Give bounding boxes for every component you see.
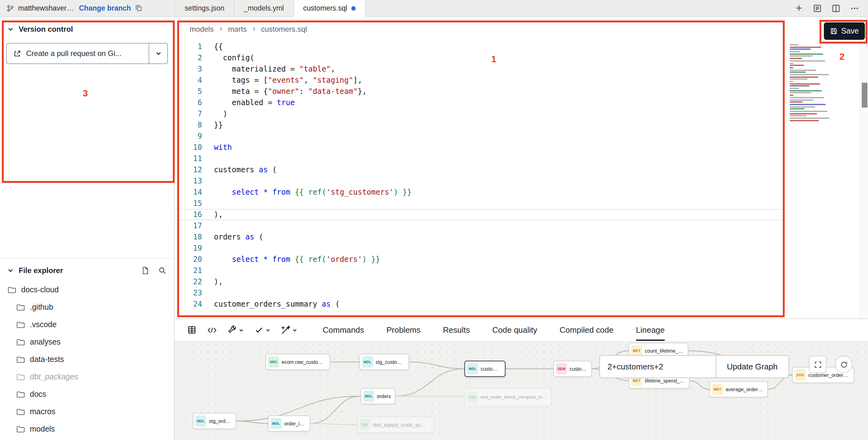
code-line-10[interactable]: 10with xyxy=(175,142,785,153)
node-label: test_supply_costs_sum_correctly xyxy=(373,422,430,428)
file-row-docs-cloud[interactable]: docs-cloud xyxy=(0,281,174,298)
editor-scrollbar[interactable] xyxy=(860,17,868,318)
code-line-4[interactable]: 4 tags = ["events", "staging"], xyxy=(175,75,785,86)
copy-branch-icon[interactable] xyxy=(135,4,142,12)
line-content: meta = {"owner": "data-team"}, xyxy=(202,86,785,97)
code-line-15[interactable]: 15 xyxy=(175,198,785,209)
tab-_models.yml[interactable]: _models.yml xyxy=(235,0,294,17)
breadcrumb-item[interactable]: customers.sql xyxy=(261,25,307,33)
line-number: 19 xyxy=(175,243,202,254)
code-line-2[interactable]: 2 config( xyxy=(175,52,785,63)
code-line-7[interactable]: 7 ) xyxy=(175,108,785,119)
lineage-node-orders[interactable]: MDLorders xyxy=(361,388,396,404)
app-window: matthewshaver-patc Change branch setting… xyxy=(0,0,868,440)
chevron-down-icon xyxy=(239,327,244,333)
lineage-node-test_order_items_compute_in_bools_correctly[interactable]: TSTtest_order_items_compute_in_bools_cor… xyxy=(464,388,552,407)
file-explorer-header[interactable]: File explorer xyxy=(0,259,174,280)
breadcrumb-item[interactable]: models xyxy=(190,25,214,33)
code-line-6[interactable]: 6 enabled = true xyxy=(175,97,785,108)
lineage-node-order_items[interactable]: MDLorder_items xyxy=(268,415,310,432)
code-line-12[interactable]: 12customers as ( xyxy=(175,164,785,176)
file-row-.github[interactable]: .github xyxy=(0,298,174,316)
change-branch-link[interactable]: Change branch xyxy=(79,4,131,12)
folder-icon xyxy=(16,304,25,311)
new-tab-button[interactable] xyxy=(795,4,803,12)
line-number: 13 xyxy=(175,176,202,187)
file-row-models[interactable]: models xyxy=(0,420,174,438)
line-number: 17 xyxy=(175,220,202,231)
more-options-button[interactable] xyxy=(850,3,859,13)
code-line-8[interactable]: 8}} xyxy=(175,119,785,131)
panel-tab-commands[interactable]: Commands xyxy=(323,319,364,341)
results-grid-icon[interactable] xyxy=(187,325,196,335)
folder-name: .vscode xyxy=(30,320,57,329)
code-line-20[interactable]: 20 select * from {{ ref('orders') }} xyxy=(175,254,785,265)
fullscreen-button[interactable] xyxy=(809,356,826,373)
format-button[interactable] xyxy=(281,325,297,335)
line-number: 10 xyxy=(175,142,202,153)
lineage-node-customers[interactable]: MDLcustomers xyxy=(464,361,505,377)
save-button[interactable]: Save xyxy=(824,22,865,40)
file-row-docs[interactable]: docs xyxy=(0,385,174,403)
line-number: 20 xyxy=(175,254,202,265)
code-line-11[interactable]: 11 xyxy=(175,153,785,164)
refresh-button[interactable] xyxy=(835,356,852,373)
line-number: 12 xyxy=(175,164,202,176)
scrollbar-thumb[interactable] xyxy=(862,83,867,107)
node-type-badge: SVG xyxy=(795,369,806,381)
version-control-header[interactable]: Version control xyxy=(0,17,174,39)
breadcrumb-item[interactable]: marts xyxy=(228,25,247,33)
code-line-9[interactable]: 9 xyxy=(175,131,785,142)
panel-tab-code-quality[interactable]: Code quality xyxy=(492,319,537,341)
code-line-23[interactable]: 23 xyxy=(175,287,785,298)
code-line-18[interactable]: 18orders as ( xyxy=(175,231,785,243)
code-line-13[interactable]: 13 xyxy=(175,176,785,187)
file-row-data-tests[interactable]: data-tests xyxy=(0,351,174,368)
search-icon[interactable] xyxy=(158,266,167,275)
panel-tab-compiled-code[interactable]: Compiled code xyxy=(560,319,613,341)
lineage-node-ecom.raw_customers[interactable]: SRCecom.raw_customers xyxy=(266,354,330,370)
code-line-1[interactable]: 1{{ xyxy=(175,41,785,52)
lineage-node-test_supply_costs_sum_correctly[interactable]: TSTtest_supply_costs_sum_correctly xyxy=(357,417,434,433)
build-tools-button[interactable] xyxy=(227,325,244,335)
node-label: test_order_items_compute_in_bools_correc… xyxy=(480,395,547,400)
panel-tab-problems[interactable]: Problems xyxy=(386,319,421,341)
lineage-canvas[interactable]: Update Graph SRCecom.raw_customersMDLstg… xyxy=(175,341,868,440)
file-row-macros[interactable]: macros xyxy=(0,403,174,420)
open-editors-icon[interactable] xyxy=(813,3,822,13)
lineage-node-stg_orders[interactable]: MDLstg_orders xyxy=(193,413,236,429)
tab-settings.json[interactable]: settings.json xyxy=(175,0,235,17)
code-line-21[interactable]: 21 xyxy=(175,265,785,276)
code-line-19[interactable]: 19 xyxy=(175,243,785,254)
code-line-3[interactable]: 3 materialized = "table", xyxy=(175,63,785,75)
create-pr-dropdown[interactable] xyxy=(149,43,167,63)
update-graph-button[interactable]: Update Graph xyxy=(716,355,789,378)
code-line-14[interactable]: 14 select * from {{ ref('stg_customers')… xyxy=(175,187,785,198)
lineage-node-average_order_value[interactable]: METaverage_order_value xyxy=(709,381,768,398)
sidebar: Version control Create a pull request on… xyxy=(0,17,175,440)
create-pr-button[interactable]: Create a pull request on Gi... xyxy=(6,43,168,64)
file-row-dbt_packages[interactable]: dbt_packages xyxy=(0,368,174,385)
code-area[interactable]: 1{{2 config(3 materialized = "table",4 t… xyxy=(175,41,785,318)
panel-tab-lineage[interactable]: Lineage xyxy=(636,319,665,341)
tab-customers.sql[interactable]: customers.sql xyxy=(294,0,366,17)
file-row-.vscode[interactable]: .vscode xyxy=(0,316,174,333)
panel-tab-results[interactable]: Results xyxy=(443,319,470,341)
create-pr-main[interactable]: Create a pull request on Gi... xyxy=(7,43,149,63)
file-row-analyses[interactable]: analyses xyxy=(0,333,174,351)
code-line-17[interactable]: 17 xyxy=(175,220,785,231)
lineage-node-customers[interactable]: SEMcustomers xyxy=(553,361,592,377)
minimap[interactable] xyxy=(789,44,838,122)
new-file-icon[interactable] xyxy=(141,266,149,275)
code-line-16[interactable]: 16), xyxy=(175,209,785,220)
top-bar: matthewshaver-patc Change branch setting… xyxy=(0,0,868,17)
code-line-22[interactable]: 22), xyxy=(175,276,785,287)
lint-fix-button[interactable] xyxy=(254,325,271,335)
code-view-icon[interactable] xyxy=(207,325,217,334)
lineage-selector-input[interactable] xyxy=(599,355,716,378)
lineage-node-stg_customers[interactable]: MDLstg_customers xyxy=(360,354,409,370)
line-content: materialized = "table", xyxy=(202,63,785,75)
code-line-5[interactable]: 5 meta = {"owner": "data-team"}, xyxy=(175,86,785,97)
split-editor-button[interactable] xyxy=(831,3,841,13)
code-line-24[interactable]: 24customer_orders_summary as ( xyxy=(175,298,785,310)
